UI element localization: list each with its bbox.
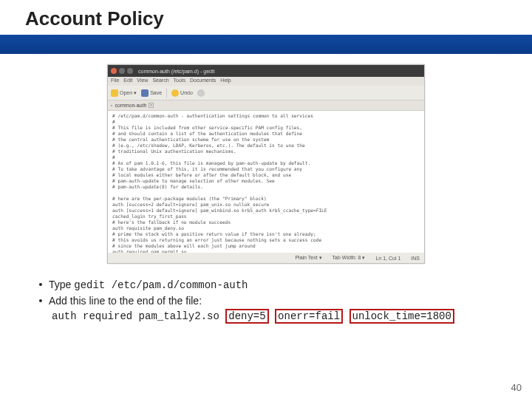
bullet-2-text: Add this line to the end of the file: [49, 293, 202, 309]
title-bar: Account Policy [0, 0, 532, 32]
menu-help: Help [220, 78, 231, 85]
gedit-statusbar: Plain Text ▾ Tab Width: 8 ▾ Ln 1, Col 1 … [108, 253, 424, 263]
cmd-box-onerr: onerr=fail [275, 309, 343, 324]
editor-line: # here are the per-package modules (the … [112, 196, 420, 202]
slide: Account Policy common-auth (/etc/pam.d) … [0, 0, 532, 399]
tab-close-icon: × [149, 103, 154, 108]
gedit-tab: ▫ common-auth × [108, 100, 424, 111]
editor-line: # prime the stack with a positive return… [112, 231, 420, 237]
undo-label: Undo [180, 90, 193, 95]
editor-line: # As of pam 1.0.1-6, this file is manage… [112, 160, 420, 166]
cmd-box-deny: deny=5 [225, 309, 268, 324]
content-area: common-auth (/etc/pam.d) - gedit File Ed… [0, 54, 532, 324]
menu-documents: Documents [190, 78, 216, 85]
gedit-menubar: File Edit View Search Tools Documents He… [108, 77, 424, 86]
open-button: Open▾ [111, 89, 137, 97]
editor-line: # the central authentication scheme for … [112, 137, 420, 143]
cmd-box-unlock: unlock_time=1800 [349, 309, 454, 324]
editor-line: # [112, 154, 420, 160]
toolbar-divider [166, 88, 167, 98]
gedit-screenshot: common-auth (/etc/pam.d) - gedit File Ed… [107, 64, 425, 264]
page-title: Account Policy [25, 7, 532, 30]
tab-label: common-auth [115, 103, 146, 108]
editor-line: # pam-auth-update(8) for details. [112, 184, 420, 190]
editor-line: # This file is included from other servi… [112, 125, 420, 131]
page-number: 40 [511, 382, 522, 393]
bullet-1-cmd: gedit /etc/pam.d/common-auth [74, 279, 248, 291]
editor-line: cached_login try_first_pass [112, 214, 420, 219]
gedit-editor: # /etc/pam.d/common-auth - authenticatio… [108, 111, 424, 253]
editor-line: # To take advantage of this, it is recom… [112, 166, 420, 172]
cmd-space [269, 310, 275, 322]
editor-line [112, 190, 420, 196]
header-stripe [0, 35, 532, 54]
save-button: Save [141, 89, 162, 97]
command-line: auth required pam_tally2.so deny=5 onerr… [33, 309, 502, 324]
editor-line: # [112, 119, 420, 125]
status-ins: INS [411, 256, 420, 261]
undo-button: Undo [171, 89, 193, 97]
gedit-toolbar: Open▾ Save Undo [108, 86, 424, 100]
editor-line: # /etc/pam.d/common-auth - authenticatio… [112, 113, 420, 119]
bullet-mark: • [33, 293, 49, 309]
cmd-prefix: auth required pam_tally2.so [52, 310, 225, 322]
editor-line: # this avoids us returning an error just… [112, 237, 420, 243]
open-label: Open [120, 90, 132, 95]
close-icon [111, 68, 117, 74]
save-icon [141, 89, 149, 97]
maximize-icon [127, 68, 133, 74]
menu-search: Search [152, 78, 168, 85]
editor-line: # (e.g., /etc/shadow, LDAP, Kerberos, et… [112, 143, 420, 149]
file-icon: ▫ [111, 103, 112, 108]
editor-line: auth requisite pam_deny.so [112, 225, 420, 231]
editor-line: # since the modules above will each just… [112, 243, 420, 249]
undo-icon [171, 89, 179, 97]
open-icon [111, 89, 118, 97]
status-tabwidth: Tab Width: 8 ▾ [332, 255, 366, 261]
status-position: Ln 1, Col 1 [375, 256, 400, 261]
editor-line: # and should contain a list of the authe… [112, 131, 420, 137]
editor-line: auth [success=2 default=ignore] pam_unix… [112, 202, 420, 208]
bullet-1-text: Type gedit /etc/pam.d/common-auth [49, 277, 248, 293]
bullet-1: • Type gedit /etc/pam.d/common-auth [33, 277, 502, 293]
save-label: Save [150, 90, 162, 95]
bullet-2: • Add this line to the end of the file: [33, 293, 502, 309]
menu-tools: Tools [174, 78, 185, 85]
chevron-down-icon: ▾ [134, 90, 137, 96]
gedit-titlebar: common-auth (/etc/pam.d) - gedit [108, 65, 424, 77]
menu-edit: Edit [123, 78, 132, 85]
redo-icon [197, 89, 205, 97]
menu-view: View [137, 78, 148, 85]
minimize-icon [119, 68, 125, 74]
editor-line: auth [success=1 default=ignore] pam_winb… [112, 208, 420, 214]
editor-line: # traditional Unix authentication mechan… [112, 149, 420, 154]
status-syntax: Plain Text ▾ [295, 255, 321, 261]
bullet-list: • Type gedit /etc/pam.d/common-auth • Ad… [30, 277, 502, 324]
editor-line: # local modules either before or after t… [112, 172, 420, 178]
bullet-mark: • [33, 277, 49, 293]
gedit-window-title: common-auth (/etc/pam.d) - gedit [138, 69, 215, 74]
bullet-1-prefix: Type [49, 279, 74, 290]
menu-file: File [111, 78, 119, 85]
editor-line: # pam-auth-update to manage selection of… [112, 178, 420, 184]
editor-line: # here's the fallback if no module succe… [112, 219, 420, 225]
